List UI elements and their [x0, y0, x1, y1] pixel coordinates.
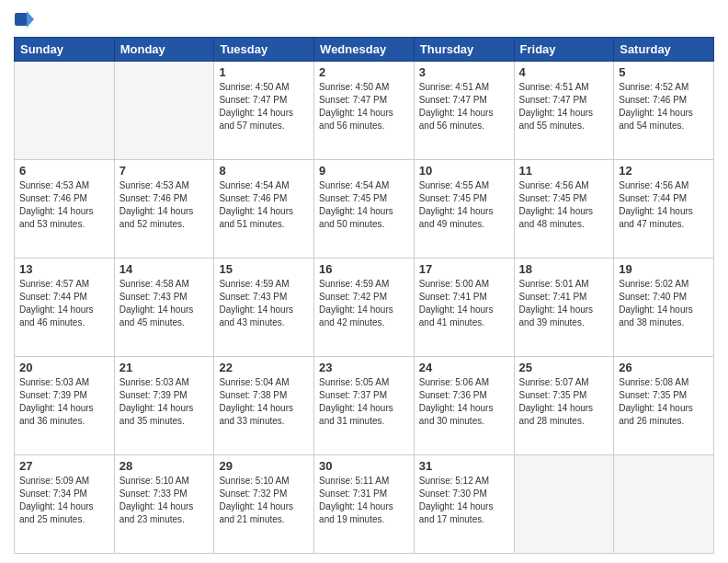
day-cell: [15, 62, 115, 160]
logo-icon: [14, 9, 34, 29]
day-cell: 21Sunrise: 5:03 AMSunset: 7:39 PMDayligh…: [114, 357, 214, 455]
day-detail: Sunrise: 4:52 AMSunset: 7:46 PMDaylight:…: [619, 81, 709, 132]
day-cell: [614, 455, 714, 554]
day-number: 7: [119, 164, 210, 178]
day-number: 8: [219, 164, 309, 178]
day-number: 15: [219, 262, 309, 276]
day-number: 21: [119, 361, 210, 374]
day-detail: Sunrise: 5:01 AMSunset: 7:41 PMDaylight:…: [519, 278, 609, 329]
day-number: 13: [19, 262, 109, 276]
day-cell: 15Sunrise: 4:59 AMSunset: 7:43 PMDayligh…: [214, 259, 314, 357]
day-detail: Sunrise: 5:06 AMSunset: 7:36 PMDaylight:…: [419, 376, 509, 428]
day-detail: Sunrise: 4:50 AMSunset: 7:47 PMDaylight:…: [219, 81, 309, 132]
day-detail: Sunrise: 5:08 AMSunset: 7:35 PMDaylight:…: [619, 376, 709, 428]
day-detail: Sunrise: 5:05 AMSunset: 7:37 PMDaylight:…: [319, 376, 409, 428]
svg-marker-1: [27, 11, 34, 28]
day-detail: Sunrise: 5:07 AMSunset: 7:35 PMDaylight:…: [519, 376, 609, 428]
day-detail: Sunrise: 4:56 AMSunset: 7:44 PMDaylight:…: [619, 179, 709, 231]
day-detail: Sunrise: 4:55 AMSunset: 7:45 PMDaylight:…: [419, 179, 509, 231]
day-cell: 12Sunrise: 4:56 AMSunset: 7:44 PMDayligh…: [614, 160, 714, 259]
week-row-4: 20Sunrise: 5:03 AMSunset: 7:39 PMDayligh…: [15, 357, 714, 455]
day-cell: 11Sunrise: 4:56 AMSunset: 7:45 PMDayligh…: [514, 160, 614, 259]
day-number: 28: [119, 459, 210, 473]
day-number: 30: [319, 459, 409, 473]
day-detail: Sunrise: 4:50 AMSunset: 7:47 PMDaylight:…: [319, 81, 409, 132]
day-detail: Sunrise: 5:00 AMSunset: 7:41 PMDaylight:…: [419, 278, 509, 329]
day-detail: Sunrise: 4:59 AMSunset: 7:43 PMDaylight:…: [219, 278, 309, 329]
day-detail: Sunrise: 4:51 AMSunset: 7:47 PMDaylight:…: [519, 81, 609, 132]
day-number: 2: [319, 65, 409, 79]
day-cell: 1Sunrise: 4:50 AMSunset: 7:47 PMDaylight…: [214, 62, 314, 160]
page: SundayMondayTuesdayWednesdayThursdayFrid…: [0, 0, 728, 563]
day-detail: Sunrise: 4:53 AMSunset: 7:46 PMDaylight:…: [19, 179, 109, 231]
header: [14, 9, 714, 29]
day-cell: 10Sunrise: 4:55 AMSunset: 7:45 PMDayligh…: [414, 160, 514, 259]
weekday-header-wednesday: Wednesday: [314, 38, 415, 62]
day-detail: Sunrise: 5:02 AMSunset: 7:40 PMDaylight:…: [619, 278, 709, 329]
day-cell: [114, 62, 214, 160]
weekday-header-row: SundayMondayTuesdayWednesdayThursdayFrid…: [15, 38, 714, 62]
day-detail: Sunrise: 4:58 AMSunset: 7:43 PMDaylight:…: [119, 278, 210, 329]
day-number: 29: [219, 459, 309, 473]
day-number: 24: [419, 361, 509, 374]
day-cell: 22Sunrise: 5:04 AMSunset: 7:38 PMDayligh…: [214, 357, 314, 455]
day-cell: 3Sunrise: 4:51 AMSunset: 7:47 PMDaylight…: [414, 62, 514, 160]
day-cell: 7Sunrise: 4:53 AMSunset: 7:46 PMDaylight…: [114, 160, 214, 259]
day-cell: 20Sunrise: 5:03 AMSunset: 7:39 PMDayligh…: [15, 357, 115, 455]
day-detail: Sunrise: 5:11 AMSunset: 7:31 PMDaylight:…: [319, 475, 409, 526]
day-cell: 9Sunrise: 4:54 AMSunset: 7:45 PMDaylight…: [314, 160, 415, 259]
day-number: 18: [519, 262, 609, 276]
day-detail: Sunrise: 5:12 AMSunset: 7:30 PMDaylight:…: [419, 475, 509, 526]
day-cell: 5Sunrise: 4:52 AMSunset: 7:46 PMDaylight…: [614, 62, 714, 160]
day-cell: 25Sunrise: 5:07 AMSunset: 7:35 PMDayligh…: [514, 357, 614, 455]
day-cell: 23Sunrise: 5:05 AMSunset: 7:37 PMDayligh…: [314, 357, 415, 455]
weekday-header-tuesday: Tuesday: [214, 38, 314, 62]
day-number: 23: [319, 361, 409, 374]
day-cell: 8Sunrise: 4:54 AMSunset: 7:46 PMDaylight…: [214, 160, 314, 259]
logo: [14, 9, 36, 29]
day-detail: Sunrise: 5:03 AMSunset: 7:39 PMDaylight:…: [19, 376, 109, 428]
day-number: 19: [619, 262, 709, 276]
day-cell: 2Sunrise: 4:50 AMSunset: 7:47 PMDaylight…: [314, 62, 415, 160]
day-cell: 30Sunrise: 5:11 AMSunset: 7:31 PMDayligh…: [314, 455, 415, 554]
day-number: 6: [19, 164, 109, 178]
day-number: 1: [219, 65, 309, 79]
day-number: 9: [319, 164, 409, 178]
day-cell: [514, 455, 614, 554]
day-number: 22: [219, 361, 309, 374]
day-detail: Sunrise: 4:54 AMSunset: 7:45 PMDaylight:…: [319, 179, 409, 231]
day-number: 12: [619, 164, 709, 178]
day-number: 16: [319, 262, 409, 276]
day-detail: Sunrise: 4:54 AMSunset: 7:46 PMDaylight:…: [219, 179, 309, 231]
day-detail: Sunrise: 5:10 AMSunset: 7:33 PMDaylight:…: [119, 475, 210, 526]
weekday-header-saturday: Saturday: [614, 38, 714, 62]
week-row-2: 6Sunrise: 4:53 AMSunset: 7:46 PMDaylight…: [15, 160, 714, 259]
day-cell: 18Sunrise: 5:01 AMSunset: 7:41 PMDayligh…: [514, 259, 614, 357]
day-detail: Sunrise: 4:56 AMSunset: 7:45 PMDaylight:…: [519, 179, 609, 231]
day-detail: Sunrise: 4:51 AMSunset: 7:47 PMDaylight:…: [419, 81, 509, 132]
day-cell: 26Sunrise: 5:08 AMSunset: 7:35 PMDayligh…: [614, 357, 714, 455]
day-number: 31: [419, 459, 509, 473]
weekday-header-sunday: Sunday: [15, 38, 115, 62]
day-cell: 29Sunrise: 5:10 AMSunset: 7:32 PMDayligh…: [214, 455, 314, 554]
week-row-5: 27Sunrise: 5:09 AMSunset: 7:34 PMDayligh…: [15, 455, 714, 554]
day-cell: 31Sunrise: 5:12 AMSunset: 7:30 PMDayligh…: [414, 455, 514, 554]
day-number: 14: [119, 262, 210, 276]
day-detail: Sunrise: 5:09 AMSunset: 7:34 PMDaylight:…: [19, 475, 109, 526]
day-detail: Sunrise: 4:59 AMSunset: 7:42 PMDaylight:…: [319, 278, 409, 329]
day-detail: Sunrise: 4:57 AMSunset: 7:44 PMDaylight:…: [19, 278, 109, 329]
day-cell: 27Sunrise: 5:09 AMSunset: 7:34 PMDayligh…: [15, 455, 115, 554]
calendar-table: SundayMondayTuesdayWednesdayThursdayFrid…: [14, 37, 714, 554]
day-number: 11: [519, 164, 609, 178]
weekday-header-friday: Friday: [514, 38, 614, 62]
day-detail: Sunrise: 4:53 AMSunset: 7:46 PMDaylight:…: [119, 179, 210, 231]
day-number: 20: [19, 361, 109, 374]
day-cell: 14Sunrise: 4:58 AMSunset: 7:43 PMDayligh…: [114, 259, 214, 357]
day-detail: Sunrise: 5:10 AMSunset: 7:32 PMDaylight:…: [219, 475, 309, 526]
day-cell: 19Sunrise: 5:02 AMSunset: 7:40 PMDayligh…: [614, 259, 714, 357]
weekday-header-thursday: Thursday: [414, 38, 514, 62]
day-number: 5: [619, 65, 709, 79]
day-cell: 6Sunrise: 4:53 AMSunset: 7:46 PMDaylight…: [15, 160, 115, 259]
day-cell: 17Sunrise: 5:00 AMSunset: 7:41 PMDayligh…: [414, 259, 514, 357]
day-detail: Sunrise: 5:04 AMSunset: 7:38 PMDaylight:…: [219, 376, 309, 428]
